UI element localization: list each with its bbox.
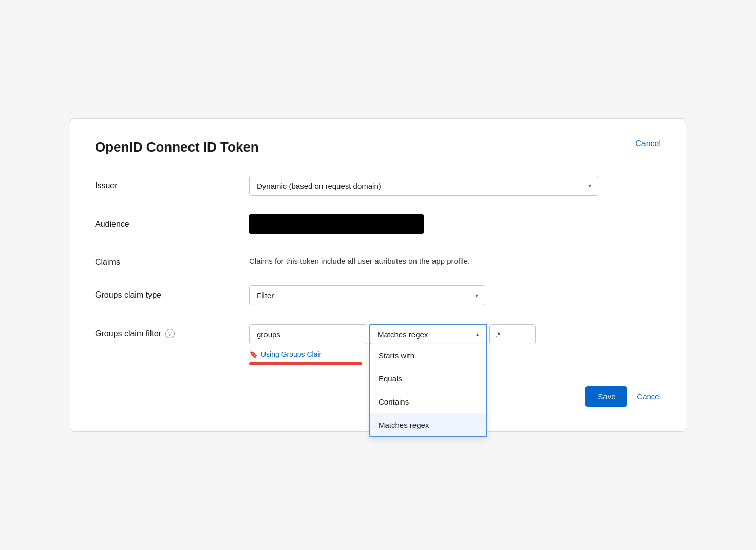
audience-redacted <box>249 214 424 234</box>
save-button[interactable]: Save <box>585 386 627 407</box>
dropdown-item-equals[interactable]: Equals <box>370 367 486 390</box>
issuer-select[interactable]: Dynamic (based on request domain)Custom <box>249 176 598 196</box>
dropdown-item-contains[interactable]: Contains <box>370 390 486 413</box>
help-icon[interactable]: ? <box>165 329 175 338</box>
groups-claim-filter-section: Groups claim filter ? Matches regex ▴ St… <box>95 324 661 365</box>
filter-controls: Matches regex ▴ Starts with Equals Conta… <box>249 324 661 365</box>
claims-control: Claims for this token include all user a… <box>249 252 661 267</box>
filter-text-input[interactable] <box>249 324 367 344</box>
filter-inputs-row: Matches regex ▴ Starts with Equals Conta… <box>249 324 661 345</box>
issuer-select-wrapper: Dynamic (based on request domain)Custom … <box>249 176 598 196</box>
groups-claim-filter-label: Groups claim filter <box>95 329 161 338</box>
groups-claim-filter-label-area: Groups claim filter ? <box>95 324 249 338</box>
error-bar <box>249 362 362 365</box>
dropdown-item-matches-regex[interactable]: Matches regex <box>370 413 486 436</box>
audience-label: Audience <box>95 214 249 229</box>
filter-regex-input[interactable] <box>489 324 536 344</box>
filter-dropdown-wrapper: Matches regex ▴ Starts with Equals Conta… <box>367 324 487 345</box>
cancel-bottom-button[interactable]: Cancel <box>637 392 661 401</box>
issuer-label: Issuer <box>95 176 249 190</box>
filter-condition-value: Matches regex <box>377 330 428 339</box>
cancel-top-button[interactable]: Cancel <box>635 139 661 149</box>
issuer-control: Dynamic (based on request domain)Custom … <box>249 176 661 196</box>
bookmark-icon: 🔖 <box>249 350 258 358</box>
groups-claim-filter-label-inner: Groups claim filter ? <box>95 329 249 338</box>
modal-title: OpenID Connect ID Token <box>95 139 259 155</box>
filter-condition-dropdown[interactable]: Matches regex ▴ <box>369 324 487 345</box>
issuer-section: Issuer Dynamic (based on request domain)… <box>95 176 661 196</box>
audience-section: Audience <box>95 214 661 234</box>
filter-condition-menu: Starts with Equals Contains Matches rege… <box>369 344 487 437</box>
modal-header: OpenID Connect ID Token Cancel <box>95 139 661 155</box>
claims-description: Claims for this token include all user a… <box>249 252 537 267</box>
dropdown-item-starts-with[interactable]: Starts with <box>370 344 486 367</box>
claims-label: Claims <box>95 252 249 267</box>
filter-condition-chevron-icon: ▴ <box>476 331 479 338</box>
audience-control <box>249 214 661 234</box>
using-groups-link-text: Using Groups Clair <box>261 350 322 358</box>
groups-claim-type-select[interactable]: FilterExpressionGroups <box>249 285 485 305</box>
groups-claim-type-select-wrapper: FilterExpressionGroups ▾ <box>249 285 485 305</box>
groups-claim-type-control: FilterExpressionGroups ▾ <box>249 285 661 305</box>
modal-container: OpenID Connect ID Token Cancel Issuer Dy… <box>70 118 686 432</box>
groups-claim-type-section: Groups claim type FilterExpressionGroups… <box>95 285 661 305</box>
claims-section: Claims Claims for this token include all… <box>95 252 661 267</box>
groups-claim-type-label: Groups claim type <box>95 285 249 300</box>
